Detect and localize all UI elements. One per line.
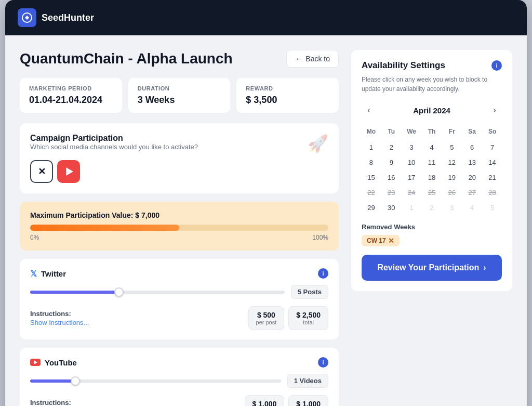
cal-day-other-month[interactable]: 3 (442, 201, 461, 215)
cal-day[interactable]: 17 (402, 171, 421, 185)
cal-day[interactable]: 9 (382, 155, 401, 169)
calendar-month: April 2024 (413, 106, 450, 115)
bar-labels: 0% 100% (30, 234, 328, 241)
cal-day[interactable]: 3 (402, 140, 421, 154)
back-button[interactable]: ← Back to (286, 50, 339, 68)
youtube-channel-play-icon (34, 360, 37, 364)
cal-day[interactable]: 8 (362, 155, 381, 169)
cal-day-strikethrough[interactable]: 22 (362, 186, 381, 200)
cal-day[interactable]: 21 (483, 171, 502, 185)
reward-value: $ 3,500 (246, 95, 329, 106)
campaign-subtitle: Which social media channels would you li… (30, 143, 198, 151)
cal-day-strikethrough[interactable]: 27 (462, 186, 482, 200)
calendar-next-button[interactable]: › (487, 103, 502, 117)
page-title: QuantumChain - Alpha Launch (20, 50, 233, 67)
twitter-slider-thumb[interactable] (114, 287, 124, 297)
youtube-channel-icon (30, 359, 41, 366)
cal-day-strikethrough[interactable]: 23 (382, 186, 401, 200)
cal-day[interactable]: 7 (483, 140, 502, 154)
cal-day[interactable]: 1 (362, 140, 381, 154)
twitter-channel-card: 𝕏 Twitter i 5 Posts Instructions: Sho (20, 259, 339, 339)
cal-header-fr: Fr (442, 126, 461, 139)
logo-text: SeedHunter (42, 12, 94, 23)
twitter-bird-icon: 𝕏 (30, 269, 37, 279)
cal-day-other-month[interactable]: 1 (402, 201, 421, 215)
cal-day[interactable]: 2 (382, 140, 401, 154)
cal-day-other-month[interactable]: 2 (422, 201, 442, 215)
youtube-icon[interactable] (57, 160, 80, 183)
participation-bar-card: Maximum Participation Value: $ 7,000 0% … (20, 202, 339, 251)
twitter-info-badge[interactable]: i (318, 268, 328, 279)
left-column: QuantumChain - Alpha Launch ← Back to MA… (20, 50, 339, 406)
cw-badge-label: CW 17 (367, 237, 386, 244)
youtube-instructions-label: Instructions: (30, 399, 89, 407)
participation-bar-title: Maximum Participation Value: $ 7,000 (30, 211, 328, 219)
campaign-title: Campaign Participation (30, 134, 198, 143)
twitter-slider-row: 5 Posts (30, 285, 328, 299)
cw-badge: CW 17 ✕ (362, 235, 400, 246)
cal-day[interactable]: 16 (382, 171, 401, 185)
cal-day[interactable]: 4 (422, 140, 442, 154)
cal-day[interactable]: 20 (462, 171, 482, 185)
removed-weeks-label: Removed Weeks (362, 223, 502, 231)
cal-header-we: We (402, 126, 421, 139)
twitter-channel-header: 𝕏 Twitter i (30, 268, 328, 279)
cal-day[interactable]: 11 (422, 155, 442, 169)
cal-day[interactable]: 30 (382, 201, 401, 215)
removed-weeks-section: Removed Weeks CW 17 ✕ (362, 223, 502, 246)
youtube-instructions-left: Instructions: Show Instructions... (30, 399, 89, 407)
calendar-nav: ‹ April 2024 › (362, 103, 502, 117)
rocket-icon: 🚀 (308, 134, 328, 153)
bar-label-right: 100% (312, 234, 328, 241)
back-arrow-icon: ← (295, 55, 302, 63)
availability-info-badge[interactable]: i (491, 60, 502, 71)
cal-day-strikethrough[interactable]: 28 (483, 186, 502, 200)
cal-day[interactable]: 15 (362, 171, 381, 185)
youtube-slider-thumb[interactable] (71, 376, 80, 386)
cal-day[interactable]: 19 (442, 171, 461, 185)
marketing-period-value: 01.04-21.04.2024 (29, 95, 113, 106)
youtube-price-badges: $ 1,000 per video $ 1,000 total (245, 395, 328, 406)
page-title-row: QuantumChain - Alpha Launch ← Back to (20, 50, 339, 68)
right-column: Availability Settings i Please click on … (351, 50, 512, 406)
calendar-prev-button[interactable]: ‹ (362, 103, 376, 117)
cal-day[interactable]: 18 (422, 171, 442, 185)
cal-header-so: So (483, 126, 502, 139)
twitter-instructions-label: Instructions: (30, 310, 89, 318)
cal-header-mo: Mo (362, 126, 381, 139)
cal-day[interactable]: 29 (362, 201, 381, 215)
cal-day[interactable]: 6 (462, 140, 482, 154)
twitter-price-per-post: $ 500 per post (248, 306, 285, 330)
cal-day[interactable]: 10 (402, 155, 421, 169)
calendar-grid: Mo Tu We Th Fr Sa So 1 2 3 4 5 6 7 8 (362, 126, 502, 215)
cal-day-other-month[interactable]: 5 (483, 201, 502, 215)
info-card-reward: REWARD $ 3,500 (236, 78, 339, 113)
cal-day-other-month[interactable]: 4 (462, 201, 482, 215)
cal-day[interactable]: 12 (442, 155, 461, 169)
cal-day[interactable]: 5 (442, 140, 461, 154)
duration-value: 3 Weeks (138, 95, 221, 106)
cal-day[interactable]: 14 (483, 155, 502, 169)
youtube-slider-track[interactable] (30, 379, 281, 383)
availability-card: Availability Settings i Please click on … (351, 50, 512, 291)
cal-day[interactable]: 13 (462, 155, 482, 169)
twitter-show-instructions-link[interactable]: Show Instructions... (30, 319, 89, 326)
twitter-price-total: $ 2,500 total (288, 306, 328, 330)
participation-bar-fill (30, 225, 179, 231)
chevron-right-icon: › (483, 263, 486, 272)
youtube-price-per-video: $ 1,000 per video (245, 395, 285, 406)
marketing-period-label: MARKETING PERIOD (29, 85, 113, 91)
twitter-slider-track[interactable] (30, 291, 285, 294)
cal-day-strikethrough[interactable]: 26 (442, 186, 461, 200)
twitter-x-icon[interactable]: ✕ (30, 160, 53, 183)
info-card-duration: DURATION 3 Weeks (128, 78, 231, 113)
cw-remove-button[interactable]: ✕ (388, 237, 394, 244)
duration-label: DURATION (138, 85, 221, 91)
twitter-posts-badge: 5 Posts (291, 285, 328, 299)
youtube-info-badge[interactable]: i (318, 357, 328, 368)
youtube-slider-fill (30, 379, 75, 383)
youtube-posts-badge: 1 Videos (287, 374, 328, 388)
cal-day-strikethrough[interactable]: 24 (402, 186, 421, 200)
cal-day-strikethrough[interactable]: 25 (422, 186, 442, 200)
review-participation-button[interactable]: Review Your Participation › (362, 255, 502, 281)
